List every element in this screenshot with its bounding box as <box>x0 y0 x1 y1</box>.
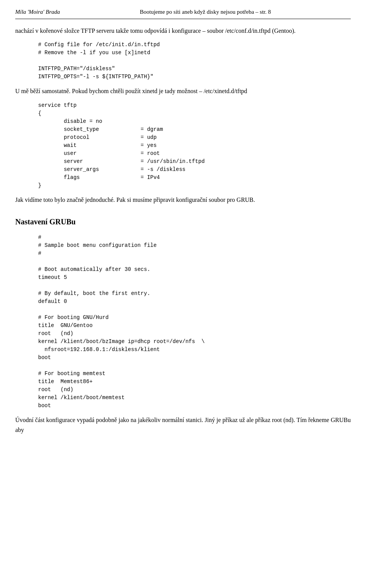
paragraph-2: Jak vidíme toto bylo značně jednoduché. … <box>15 195 351 205</box>
page-header: Míla 'Moira' Brada Bootujeme po síti ane… <box>15 8 351 19</box>
section-heading-grub: Nastavení GRUBu <box>15 216 351 227</box>
paragraph-1: U mě běží samostatně. Pokud bychom chtěl… <box>15 86 351 96</box>
intro-paragraph: nachází v kořenové složce TFTP serveru t… <box>15 26 351 36</box>
paragraph-3: Úvodní část konfigurace vypadá podobně j… <box>15 415 351 435</box>
author-name: Míla 'Moira' Brada <box>15 8 60 16</box>
code-block-3: # # Sample boot menu configuration file … <box>38 234 351 410</box>
page-title: Bootujeme po síti aneb když disky nejsou… <box>60 8 351 16</box>
code-block-2: service tftp { disable = no socket_type … <box>38 101 351 190</box>
code-block-1: # Config file for /etc/init.d/in.tftpd #… <box>38 41 351 81</box>
